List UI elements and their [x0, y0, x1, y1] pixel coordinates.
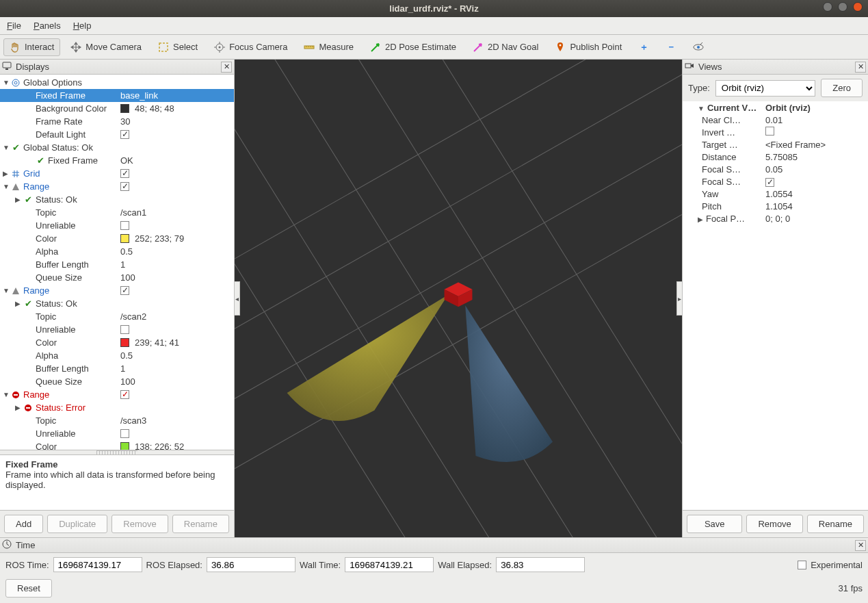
add-button[interactable]: Add [4, 515, 43, 533]
publish-point-button[interactable]: Publish Point [549, 38, 628, 56]
ros-elapsed-label: ROS Elapsed: [146, 560, 202, 570]
maximize-icon[interactable] [838, 2, 847, 12]
reset-button[interactable]: Reset [5, 579, 52, 598]
svg-point-2 [219, 46, 221, 48]
nav-goal-button[interactable]: 2D Nav Goal [466, 38, 544, 56]
invert-checkbox[interactable] [765, 127, 774, 136]
interact-button[interactable]: Interact [3, 38, 60, 56]
target-icon [214, 42, 225, 53]
minus-icon: − [666, 42, 676, 53]
window-title: lidar_urdf.rviz* - RViz [389, 3, 478, 14]
range1-label[interactable]: Range [23, 181, 49, 192]
color-swatch [120, 338, 129, 347]
minimize-icon[interactable] [823, 2, 832, 12]
displays-tree[interactable]: ▼Global Options ▶Fixed Framebase_link ▶B… [0, 75, 234, 450]
grid-label[interactable]: Grid [23, 168, 40, 179]
close-icon[interactable] [853, 2, 863, 12]
views-title: Views [698, 62, 851, 72]
fps-label: 31 fps [839, 583, 863, 593]
svg-point-6 [697, 46, 700, 49]
ros-time-input[interactable] [53, 557, 142, 572]
remove-button: Remove [111, 515, 168, 533]
measure-button[interactable]: Measure [298, 38, 360, 56]
bgcolor-label[interactable]: Background Color [36, 103, 107, 114]
desc-body: Frame into which all data is transformed… [5, 470, 215, 490]
range2-checkbox[interactable]: ✓ [120, 286, 129, 295]
nav-arrow-icon [473, 42, 484, 53]
views-close-button[interactable]: ✕ [855, 62, 866, 73]
visibility-button[interactable] [687, 38, 710, 56]
select-icon [158, 42, 169, 53]
menu-file[interactable]: File [7, 21, 21, 31]
fixed-frame-value[interactable]: base_link [118, 90, 231, 101]
svg-point-10 [14, 81, 17, 84]
global-status-label[interactable]: Global Status: Ok [23, 142, 93, 153]
range3-label[interactable]: Range [23, 389, 49, 400]
focal-checkbox[interactable]: ✓ [765, 178, 774, 187]
unreliable-checkbox[interactable] [120, 429, 129, 438]
views-properties[interactable]: ▼Current V…Orbit (rviz) Near Cl…0.01 Inv… [683, 101, 868, 511]
svg-rect-0 [159, 43, 168, 51]
wall-elapsed-label: Wall Elapsed: [438, 560, 492, 570]
range1-checkbox[interactable]: ✓ [120, 182, 129, 191]
type-label: Type: [688, 83, 710, 93]
experimental-checkbox[interactable] [798, 561, 806, 569]
save-view-button[interactable]: Save [687, 515, 742, 533]
ros-elapsed-input[interactable] [207, 557, 295, 572]
ruler-icon [304, 42, 315, 53]
unreliable-checkbox[interactable] [120, 221, 129, 230]
global-options-label[interactable]: Global Options [23, 77, 82, 88]
description-box: Fixed Frame Frame into which all data is… [0, 454, 234, 511]
check-icon: ✔ [23, 299, 33, 309]
unreliable-checkbox[interactable] [120, 325, 129, 334]
left-handle[interactable]: ◂ [235, 281, 240, 316]
hand-icon [10, 42, 21, 53]
displays-title: Displays [16, 62, 217, 72]
viewport[interactable]: ◂ ▸ [235, 60, 682, 537]
check-icon: ✔ [23, 195, 33, 205]
remove-view-button[interactable]: Remove [746, 515, 802, 533]
svg-rect-7 [3, 62, 11, 68]
default-light-checkbox[interactable]: ✓ [120, 130, 129, 139]
time-close-button[interactable]: ✕ [855, 540, 866, 551]
grid-checkbox[interactable]: ✓ [120, 169, 129, 178]
displays-close-button[interactable]: ✕ [221, 62, 232, 73]
time-panel: Time ✕ ROS Time: ROS Elapsed: Wall Time:… [0, 537, 868, 603]
focus-camera-button[interactable]: Focus Camera [208, 38, 293, 56]
right-handle[interactable]: ▸ [676, 281, 682, 316]
menu-help[interactable]: Help [73, 21, 92, 31]
color-swatch [120, 234, 129, 243]
error-icon [23, 403, 33, 413]
range3-checkbox[interactable]: ✓ [120, 390, 129, 399]
remove-tool-button[interactable]: − [659, 38, 683, 56]
range2-label[interactable]: Range [23, 285, 49, 296]
wall-time-input[interactable] [345, 557, 434, 572]
move-camera-button[interactable]: Move Camera [64, 38, 148, 56]
default-light-label[interactable]: Default Light [36, 129, 86, 140]
camera-icon [685, 61, 694, 73]
bgcolor-swatch [120, 104, 129, 113]
select-button[interactable]: Select [152, 38, 204, 56]
experimental-label: Experimental [811, 560, 863, 570]
range-icon [11, 182, 21, 192]
svg-point-9 [12, 79, 19, 86]
view-type-select[interactable]: Orbit (rviz) [715, 80, 815, 97]
check-icon: ✔ [36, 156, 45, 166]
error-icon [11, 390, 21, 400]
svg-rect-12 [14, 394, 18, 396]
clock-icon [2, 539, 12, 551]
add-tool-button[interactable]: ＋ [632, 38, 655, 56]
framerate-label[interactable]: Frame Rate [36, 116, 83, 127]
wall-elapsed-input[interactable] [496, 557, 585, 572]
rename-view-button[interactable]: Rename [807, 515, 864, 533]
pin-icon [555, 42, 566, 53]
zero-button[interactable]: Zero [821, 79, 863, 97]
pose-estimate-button[interactable]: 2D Pose Estimate [364, 38, 462, 56]
fixed-frame-label[interactable]: Fixed Frame [36, 90, 86, 101]
duplicate-button: Duplicate [47, 515, 107, 533]
menu-panels[interactable]: Panels [34, 21, 61, 31]
rename-button: Rename [172, 515, 229, 533]
menubar: File Panels Help [0, 17, 868, 35]
time-title: Time [16, 540, 851, 550]
monitor-icon [2, 61, 12, 73]
